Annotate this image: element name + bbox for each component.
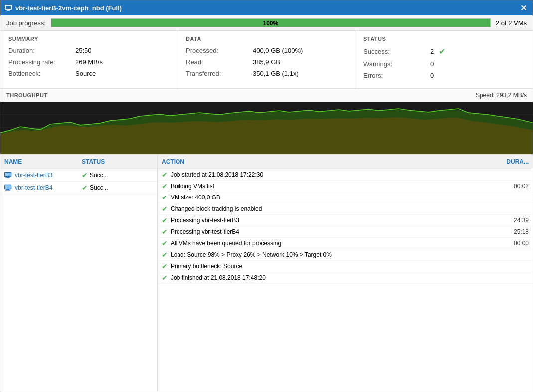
- throughput-title: THROUGHPUT: [6, 92, 48, 98]
- action-check-icon: ✔: [162, 171, 168, 179]
- success-label: Success:: [363, 48, 428, 55]
- vm-status-cell: ✔ Succ...: [78, 171, 157, 179]
- data-title: DATA: [186, 36, 347, 42]
- progress-label: Job progress:: [6, 19, 46, 27]
- status-col: STATUS Success: 2 ✔ Warnings: 0 Errors: …: [355, 31, 533, 88]
- processed-value: 400,0 GB (100%): [253, 47, 303, 54]
- processing-rate-label: Processing rate:: [8, 58, 73, 66]
- action-text: Processing vbr-test-tierB3: [171, 217, 239, 224]
- action-text: VM size: 400,0 GB: [171, 194, 220, 201]
- processed-label: Processed:: [186, 47, 251, 54]
- action-row: ✔VM size: 400,0 GB: [158, 192, 533, 203]
- processing-rate-value: 269 MB/s: [75, 58, 103, 66]
- bottleneck-value: Source: [75, 70, 96, 77]
- vm-status-text: Succ...: [90, 172, 108, 179]
- action-text-cell: ✔Job started at 21.08.2018 17:22:30: [158, 171, 493, 179]
- action-check-icon: ✔: [162, 194, 168, 201]
- read-value: 385,9 GB: [253, 58, 280, 66]
- svg-rect-14: [5, 190, 10, 191]
- main-window: vbr-test-tierB-2vm-ceph_nbd (Full) ✕ Job…: [0, 0, 533, 392]
- success-row: Success: 2 ✔: [363, 47, 525, 56]
- progress-outer: 100%: [51, 18, 491, 27]
- vm-list-header: NAME STATUS: [0, 155, 157, 169]
- action-col-action-header: ACTION: [158, 157, 493, 167]
- speed-label: Speed: 293,2 MB/s: [476, 92, 527, 99]
- duration-label: Duration:: [8, 47, 73, 54]
- duration-value: 25:50: [75, 47, 92, 54]
- action-text: Job started at 21.08.2018 17:22:30: [171, 171, 263, 178]
- status-title: STATUS: [363, 36, 525, 42]
- svg-rect-2: [7, 10, 10, 11]
- read-row: Read: 385,9 GB: [186, 58, 347, 66]
- action-check-icon: ✔: [162, 182, 168, 190]
- svg-rect-8: [5, 173, 11, 176]
- svg-rect-12: [5, 185, 11, 189]
- errors-label: Errors:: [363, 72, 428, 79]
- warnings-value: 0: [430, 60, 434, 68]
- action-header: ACTION DURA...: [158, 155, 533, 169]
- vm-row[interactable]: vbr-test-tierB3 ✔ Succ...: [0, 169, 157, 182]
- action-row: ✔Processing vbr-test-tierB324:39: [158, 215, 533, 226]
- vm-name: vbr-test-tierB3: [15, 172, 52, 179]
- close-button[interactable]: ✕: [518, 3, 529, 13]
- title-bar: vbr-test-tierB-2vm-ceph_nbd (Full) ✕: [0, 0, 533, 15]
- action-text-cell: ✔Processing vbr-test-tierB4: [158, 228, 493, 236]
- action-row: ✔Job started at 21.08.2018 17:22:30: [158, 169, 533, 181]
- vm-icon: [4, 184, 12, 191]
- warnings-row: Warnings: 0: [363, 60, 525, 68]
- read-label: Read:: [186, 58, 251, 66]
- vm-name-cell: vbr-test-tierB4: [0, 184, 78, 191]
- summary-col: SUMMARY Duration: 25:50 Processing rate:…: [0, 31, 178, 88]
- svg-rect-9: [6, 177, 9, 178]
- errors-row: Errors: 0: [363, 72, 525, 79]
- vm-col-status-header: STATUS: [78, 157, 157, 167]
- transferred-row: Transferred: 350,1 GB (1,1x): [186, 70, 347, 77]
- vm-status-check-icon: ✔: [82, 171, 88, 179]
- bottleneck-row: Bottleneck: Source: [8, 70, 170, 77]
- action-check-icon: ✔: [162, 251, 168, 259]
- summary-title: SUMMARY: [8, 36, 170, 42]
- action-check-icon: ✔: [162, 216, 168, 224]
- action-row: ✔Building VMs list00:02: [158, 181, 533, 192]
- window-title: vbr-test-tierB-2vm-ceph_nbd (Full): [15, 4, 122, 12]
- action-row: ✔Load: Source 98% > Proxy 26% > Network …: [158, 249, 533, 261]
- processed-row: Processed: 400,0 GB (100%): [186, 47, 347, 54]
- vm-col-name-header: NAME: [0, 157, 78, 167]
- action-row: ✔Processing vbr-test-tierB425:18: [158, 226, 533, 238]
- action-check-icon: ✔: [162, 274, 168, 282]
- vm-icon: [4, 172, 12, 179]
- success-check-icon: ✔: [439, 47, 445, 56]
- progress-count: 2 of 2 VMs: [496, 19, 527, 27]
- title-bar-left: vbr-test-tierB-2vm-ceph_nbd (Full): [4, 4, 122, 12]
- action-text-cell: ✔Building VMs list: [158, 182, 493, 190]
- svg-rect-13: [6, 189, 9, 190]
- bottom-section: NAME STATUS vbr-test-tierB3: [0, 155, 533, 392]
- summary-section: SUMMARY Duration: 25:50 Processing rate:…: [0, 31, 533, 89]
- transferred-value: 350,1 GB (1,1x): [253, 70, 299, 77]
- action-text-cell: ✔VM size: 400,0 GB: [158, 194, 493, 201]
- action-text-cell: ✔All VMs have been queued for processing: [158, 239, 493, 247]
- action-duration: 00:00: [493, 240, 533, 247]
- svg-rect-10: [5, 178, 10, 178]
- action-panel: ACTION DURA... ✔Job started at 21.08.201…: [158, 155, 533, 392]
- warnings-label: Warnings:: [363, 60, 428, 68]
- app-icon: [4, 4, 12, 12]
- success-value: 2: [430, 48, 434, 55]
- bottleneck-label: Bottleneck:: [8, 70, 73, 77]
- errors-value: 0: [430, 72, 434, 79]
- action-text: All VMs have been queued for processing: [171, 240, 281, 247]
- action-text: Load: Source 98% > Proxy 26% > Network 1…: [171, 251, 332, 258]
- vm-status-text: Succ...: [90, 184, 108, 191]
- data-col: DATA Processed: 400,0 GB (100%) Read: 38…: [178, 31, 355, 88]
- vm-name-cell: vbr-test-tierB3: [0, 172, 78, 179]
- processing-rate-row: Processing rate: 269 MB/s: [8, 58, 170, 66]
- action-check-icon: ✔: [162, 205, 168, 213]
- action-text: Primary bottleneck: Source: [171, 263, 242, 270]
- vm-list-body: vbr-test-tierB3 ✔ Succ...: [0, 169, 157, 194]
- action-text: Building VMs list: [171, 183, 214, 190]
- action-text-cell: ✔Job finished at 21.08.2018 17:48:20: [158, 274, 493, 282]
- action-row: ✔Changed block tracking is enabled: [158, 203, 533, 215]
- action-duration: 24:39: [493, 217, 533, 224]
- vm-row[interactable]: vbr-test-tierB4 ✔ Succ...: [0, 182, 157, 194]
- action-check-icon: ✔: [162, 262, 168, 270]
